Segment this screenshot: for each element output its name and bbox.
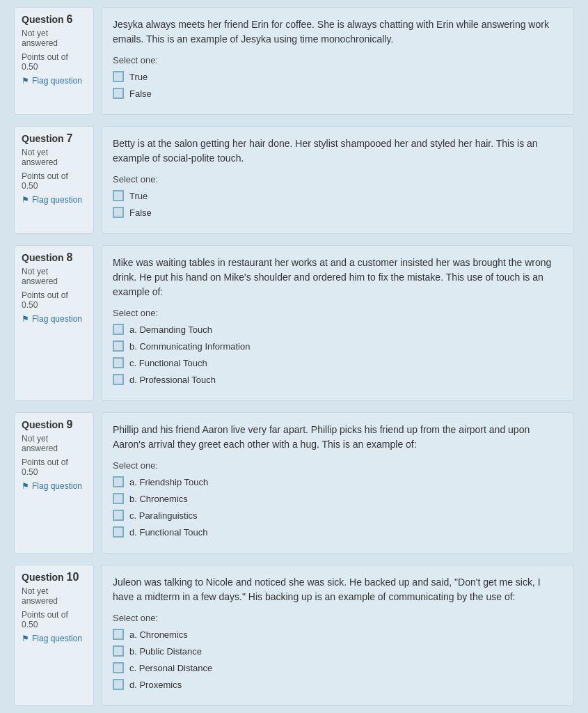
question-number-10: Question 10 xyxy=(22,571,86,583)
question-content-10: Juleon was talking to Nicole and noticed… xyxy=(101,565,574,706)
question-sidebar-9: Question 9Not yet answeredPoints out of … xyxy=(14,412,94,554)
question-points-6: Points out of 0.50 xyxy=(22,52,86,72)
option-label-q6b: False xyxy=(129,88,152,99)
flag-label: Flag question xyxy=(32,195,82,205)
option-label-q10b: b. Public Distance xyxy=(129,646,202,657)
option-label-q8d: d. Professional Touch xyxy=(129,375,216,385)
flag-icon: ⚑ xyxy=(22,634,29,643)
option-label-q8c: c. Functional Touch xyxy=(129,358,207,368)
question-content-8: Mike was waiting tables in restaurant he… xyxy=(101,245,574,401)
checkbox-q9b[interactable] xyxy=(113,493,124,504)
select-label-8: Select one: xyxy=(113,308,562,318)
question-points-9: Points out of 0.50 xyxy=(22,457,86,477)
option-row-q10a[interactable]: a. Chronemics xyxy=(113,629,562,640)
checkbox-q9c[interactable] xyxy=(113,510,124,521)
option-label-q8a: a. Demanding Touch xyxy=(129,324,212,335)
question-text-9: Phillip and his friend Aaron live very f… xyxy=(113,423,562,452)
question-status-9: Not yet answered xyxy=(22,434,86,453)
checkbox-q9a[interactable] xyxy=(113,476,124,487)
question-number-7: Question 7 xyxy=(22,132,86,145)
question-block-10: Question 10Not yet answeredPoints out of… xyxy=(14,565,574,706)
checkbox-q8a[interactable] xyxy=(113,324,124,335)
question-points-8: Points out of 0.50 xyxy=(22,290,86,310)
question-status-10: Not yet answered xyxy=(22,586,86,606)
option-row-q8d[interactable]: d. Professional Touch xyxy=(113,374,562,385)
checkbox-q10c[interactable] xyxy=(113,662,124,673)
question-text-6: Jesyka always meets her friend Erin for … xyxy=(113,17,562,47)
flag-icon: ⚑ xyxy=(22,195,29,205)
option-label-q10c: c. Personal Distance xyxy=(129,663,212,673)
checkbox-q6b[interactable] xyxy=(113,88,124,99)
option-row-q9a[interactable]: a. Friendship Touch xyxy=(113,476,562,487)
select-label-10: Select one: xyxy=(113,613,562,623)
question-number-9: Question 9 xyxy=(22,418,86,431)
question-status-7: Not yet answered xyxy=(22,148,86,167)
option-label-q7a: True xyxy=(129,191,148,201)
option-row-q8a[interactable]: a. Demanding Touch xyxy=(113,324,562,335)
question-block-8: Question 8Not yet answeredPoints out of … xyxy=(14,245,574,401)
flag-label: Flag question xyxy=(32,481,82,491)
option-row-q10d[interactable]: d. Proxemics xyxy=(113,679,562,690)
question-sidebar-10: Question 10Not yet answeredPoints out of… xyxy=(14,565,94,706)
question-content-9: Phillip and his friend Aaron live very f… xyxy=(101,412,574,554)
flag-question-7[interactable]: ⚑Flag question xyxy=(22,195,86,205)
option-row-q9d[interactable]: d. Functional Touch xyxy=(113,526,562,538)
option-label-q9c: c. Paralinguistics xyxy=(129,510,198,521)
option-row-q8b[interactable]: b. Communicating Information xyxy=(113,340,562,352)
question-content-6: Jesyka always meets her friend Erin for … xyxy=(101,7,574,115)
question-status-8: Not yet answered xyxy=(22,267,86,286)
option-label-q9a: a. Friendship Touch xyxy=(129,477,208,487)
option-label-q8b: b. Communicating Information xyxy=(129,341,250,352)
question-block-9: Question 9Not yet answeredPoints out of … xyxy=(14,412,574,554)
option-row-q7b[interactable]: False xyxy=(113,207,562,218)
flag-question-10[interactable]: ⚑Flag question xyxy=(22,634,86,643)
question-sidebar-6: Question 6Not yet answeredPoints out of … xyxy=(14,7,94,115)
checkbox-q10a[interactable] xyxy=(113,629,124,640)
option-label-q6a: True xyxy=(129,72,148,82)
option-row-q10c[interactable]: c. Personal Distance xyxy=(113,662,562,673)
question-text-7: Betty is at the salon getting her hair d… xyxy=(113,136,562,166)
flag-question-8[interactable]: ⚑Flag question xyxy=(22,314,86,324)
option-row-q9b[interactable]: b. Chronemics xyxy=(113,493,562,504)
checkbox-q8b[interactable] xyxy=(113,340,124,352)
select-label-6: Select one: xyxy=(113,55,562,65)
checkbox-q7a[interactable] xyxy=(113,190,124,201)
flag-icon: ⚑ xyxy=(22,314,29,324)
checkbox-q8c[interactable] xyxy=(113,357,124,368)
checkbox-q10d[interactable] xyxy=(113,679,124,690)
option-row-q6a[interactable]: True xyxy=(113,71,562,82)
option-row-q10b[interactable]: b. Public Distance xyxy=(113,645,562,657)
option-label-q7b: False xyxy=(129,207,152,218)
option-row-q7a[interactable]: True xyxy=(113,190,562,201)
select-label-9: Select one: xyxy=(113,460,562,471)
select-label-7: Select one: xyxy=(113,174,562,185)
checkbox-q6a[interactable] xyxy=(113,71,124,82)
flag-question-6[interactable]: ⚑Flag question xyxy=(22,76,86,86)
option-label-q9d: d. Functional Touch xyxy=(129,527,208,538)
question-status-6: Not yet answered xyxy=(22,29,86,48)
checkbox-q7b[interactable] xyxy=(113,207,124,218)
question-text-8: Mike was waiting tables in restaurant he… xyxy=(113,256,562,299)
question-content-7: Betty is at the salon getting her hair d… xyxy=(101,126,574,234)
checkbox-q9d[interactable] xyxy=(113,526,124,538)
option-label-q10a: a. Chronemics xyxy=(129,629,188,640)
question-sidebar-8: Question 8Not yet answeredPoints out of … xyxy=(14,245,94,401)
question-points-7: Points out of 0.50 xyxy=(22,171,86,191)
checkbox-q10b[interactable] xyxy=(113,645,124,657)
checkbox-q8d[interactable] xyxy=(113,374,124,385)
option-row-q6b[interactable]: False xyxy=(113,88,562,99)
option-label-q9b: b. Chronemics xyxy=(129,494,188,504)
question-number-8: Question 8 xyxy=(22,251,86,264)
flag-label: Flag question xyxy=(32,76,82,86)
question-number-6: Question 6 xyxy=(22,13,86,26)
flag-label: Flag question xyxy=(32,314,82,324)
option-row-q9c[interactable]: c. Paralinguistics xyxy=(113,510,562,521)
question-sidebar-7: Question 7Not yet answeredPoints out of … xyxy=(14,126,94,234)
question-block-7: Question 7Not yet answeredPoints out of … xyxy=(14,126,574,234)
question-points-10: Points out of 0.50 xyxy=(22,610,86,629)
option-row-q8c[interactable]: c. Functional Touch xyxy=(113,357,562,368)
question-text-10: Juleon was talking to Nicole and noticed… xyxy=(113,575,562,604)
flag-question-9[interactable]: ⚑Flag question xyxy=(22,481,86,491)
flag-icon: ⚑ xyxy=(22,481,29,491)
flag-icon: ⚑ xyxy=(22,76,29,86)
